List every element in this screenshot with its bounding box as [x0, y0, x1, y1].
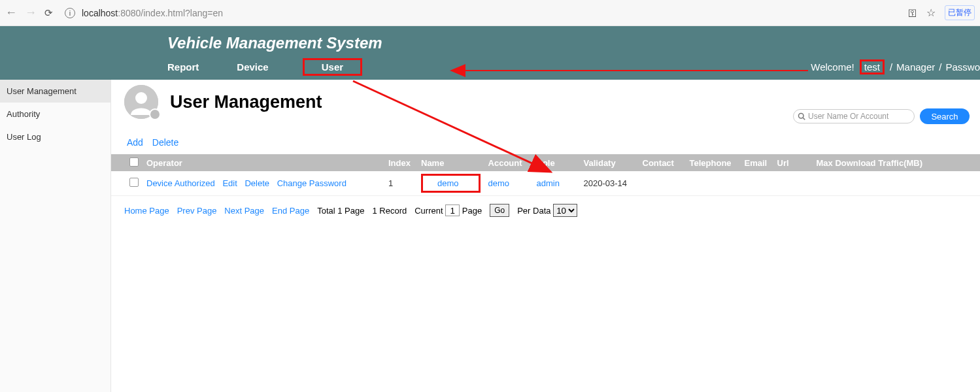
avatar-icon	[124, 85, 158, 119]
reload-icon[interactable]: ⟳	[44, 7, 53, 19]
top-nav: Report Device User	[163, 58, 362, 76]
separator: /	[939, 61, 941, 73]
cell-url	[773, 171, 813, 196]
cell-name-highlight: demo	[421, 174, 481, 193]
nav-user-highlight: User	[303, 58, 362, 76]
password-link[interactable]: Passwo	[945, 61, 980, 73]
svg-point-2	[799, 114, 804, 119]
paused-button[interactable]: 已暂停	[945, 5, 975, 20]
table-row: Device Authorized Edit Delete Change Pas…	[111, 171, 980, 196]
row-checkbox[interactable]	[129, 178, 139, 187]
search-button[interactable]: Search	[920, 108, 970, 124]
svg-point-1	[135, 92, 147, 104]
search-input[interactable]: User Name Or Account	[793, 109, 915, 123]
col-contact: Contact	[639, 154, 686, 171]
col-role: Role	[533, 154, 580, 171]
welcome-label: Welcome!	[811, 61, 854, 73]
url-path: /index.html?lang=en	[141, 8, 223, 18]
browser-chrome: ← → ⟳ i localhost:8080/index.html?lang=e…	[0, 0, 980, 26]
star-icon[interactable]: ☆	[926, 7, 936, 19]
edit-link[interactable]: Edit	[222, 178, 237, 188]
col-email: Email	[741, 154, 773, 171]
delete-link[interactable]: Delete	[152, 137, 178, 148]
table-header-row: Operator Index Name Account Role Validat…	[111, 154, 980, 171]
cell-max-traffic	[813, 171, 980, 196]
app-header: Vehicle Management System Report Device …	[0, 26, 980, 80]
go-button[interactable]: Go	[490, 204, 509, 217]
page-title: User Management	[170, 92, 322, 112]
sidebar-item-authority[interactable]: Authority	[0, 103, 110, 125]
cell-validaty: 2020-03-14	[580, 171, 639, 196]
nav-user[interactable]: User	[318, 59, 347, 75]
welcome-area: Welcome! test / Manager / Passwo	[811, 59, 980, 74]
current-role[interactable]: Manager	[896, 61, 935, 73]
col-url: Url	[773, 154, 813, 171]
page-unit: Page	[462, 206, 482, 216]
per-data-select[interactable]: 10	[553, 204, 577, 217]
cell-contact	[639, 171, 686, 196]
user-table: Operator Index Name Account Role Validat…	[111, 154, 980, 196]
page-number-input[interactable]	[445, 204, 460, 216]
change-password-link[interactable]: Change Password	[277, 178, 346, 188]
add-link[interactable]: Add	[127, 137, 143, 148]
cell-name[interactable]: demo	[437, 178, 459, 188]
page-current-label: Current	[414, 206, 443, 216]
app-title: Vehicle Management System	[167, 34, 382, 52]
col-validaty: Validaty	[580, 154, 639, 171]
page-next[interactable]: Next Page	[224, 206, 264, 216]
row-delete-link[interactable]: Delete	[245, 178, 269, 188]
url-host: localhost	[82, 8, 118, 18]
site-info-icon[interactable]: i	[65, 8, 75, 18]
page-prev[interactable]: Prev Page	[177, 206, 217, 216]
address-bar[interactable]: localhost:8080/index.html?lang=en	[82, 8, 902, 18]
current-user-highlight: test	[860, 59, 885, 74]
forward-icon[interactable]: →	[25, 6, 37, 20]
nav-device[interactable]: Device	[233, 59, 272, 75]
cell-role[interactable]: admin	[537, 178, 560, 188]
page-total: Total 1 Page	[317, 206, 364, 216]
page-record: 1 Record	[372, 206, 407, 216]
search-placeholder: User Name Or Account	[808, 112, 888, 121]
pagination: Home Page Prev Page Next Page End Page T…	[124, 204, 980, 217]
content-area: User Management User Name Or Account Sea…	[111, 80, 980, 392]
separator: /	[890, 61, 892, 73]
url-port: :8080	[118, 8, 141, 18]
col-account: Account	[484, 154, 533, 171]
search-icon	[798, 112, 805, 120]
back-icon[interactable]: ←	[5, 6, 17, 20]
nav-report[interactable]: Report	[163, 59, 203, 75]
sidebar-item-user-management[interactable]: User Management	[0, 80, 110, 103]
key-icon[interactable]: ⚿	[908, 8, 917, 18]
device-authorized-link[interactable]: Device Authorized	[146, 178, 215, 188]
select-all-checkbox[interactable]	[129, 157, 139, 167]
col-operator: Operator	[143, 154, 384, 171]
per-data-label: Per Data	[517, 206, 550, 216]
page-end[interactable]: End Page	[272, 206, 309, 216]
svg-line-3	[803, 118, 805, 120]
cell-telephone	[686, 171, 741, 196]
cell-account[interactable]: demo	[488, 178, 510, 188]
page-home[interactable]: Home Page	[124, 206, 169, 216]
col-index: Index	[384, 154, 417, 171]
sidebar-item-user-log[interactable]: User Log	[0, 125, 110, 148]
current-user[interactable]: test	[864, 61, 880, 73]
col-telephone: Telephone	[686, 154, 741, 171]
col-max-traffic: Max Download Traffic(MB)	[813, 154, 980, 171]
col-name: Name	[417, 154, 484, 171]
gear-icon	[149, 108, 161, 120]
cell-index: 1	[384, 171, 417, 196]
sidebar: User Management Authority User Log	[0, 80, 111, 392]
cell-email	[741, 171, 773, 196]
